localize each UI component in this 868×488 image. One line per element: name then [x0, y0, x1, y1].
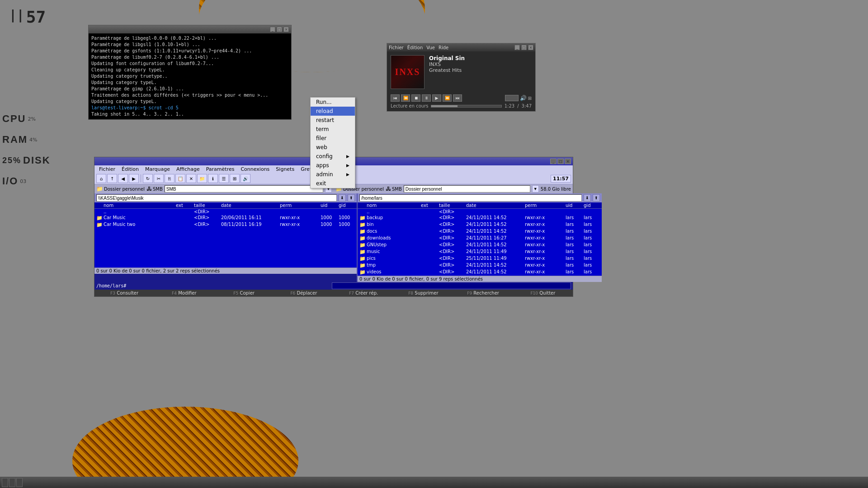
fm-tb-grid[interactable]: ⊞: [230, 174, 240, 183]
fm-tb-newfolder[interactable]: 📁: [197, 174, 207, 183]
menu-item-exit[interactable]: exit: [311, 179, 355, 188]
fm-fkey-f10[interactable]: F10 Quitter: [513, 290, 573, 296]
fm-fkey-f8[interactable]: F8 Supprimer: [393, 290, 453, 296]
fm-tb-speaker[interactable]: 🔊: [241, 174, 250, 183]
fm-right-path-input[interactable]: [404, 185, 530, 192]
fm-left-col-date[interactable]: date: [220, 203, 279, 208]
fm-right-col-nom[interactable]: nom: [366, 203, 420, 208]
fm-fkey-f5[interactable]: F5 Copier: [214, 290, 274, 296]
fm-right-row-backup[interactable]: 📁 backup <DIR> 24/11/2011 14:52 rwxr-xr-…: [358, 215, 602, 221]
fm-right-col-check[interactable]: [359, 203, 366, 208]
progress-bar[interactable]: [431, 105, 501, 108]
menu-item-run[interactable]: Run...: [311, 98, 355, 107]
taskbar-item-1[interactable]: [2, 478, 8, 487]
fm-menu-parametres[interactable]: Paramètres: [203, 166, 237, 173]
taskbar-item-2[interactable]: [9, 478, 15, 487]
fm-close-btn[interactable]: ×: [565, 159, 571, 164]
media-volume-bar[interactable]: [505, 95, 519, 101]
fm-left-col-taille[interactable]: taille: [193, 203, 220, 208]
fm-maximize-btn[interactable]: □: [557, 159, 564, 164]
fm-menu-affichage[interactable]: Affichage: [174, 166, 203, 173]
menu-item-admin[interactable]: admin ▶: [311, 170, 355, 179]
menu-item-config[interactable]: config ▶: [311, 152, 355, 161]
fm-right-row-dotdot[interactable]: .. <DIR>: [358, 209, 602, 215]
fm-right-col-gid[interactable]: gid: [583, 203, 601, 208]
media-next-btn[interactable]: ⏭: [453, 94, 462, 102]
fm-right-row-bin[interactable]: 📁 bin <DIR> 24/11/2011 14:52 rwxr-xr-x l…: [358, 221, 602, 228]
fm-right-col-perm[interactable]: perm: [524, 203, 565, 208]
fm-left-row-dotdot[interactable]: .. <DIR>: [94, 209, 357, 215]
media-stop-btn[interactable]: ⏹: [411, 94, 420, 102]
taskbar-item-3[interactable]: [16, 478, 23, 487]
fm-left-col-uid[interactable]: uid: [320, 203, 338, 208]
fm-left-row-carmusictwo[interactable]: 📁 Car Music two <DIR> 08/11/2011 16:19 r…: [94, 221, 357, 228]
fm-right-col-taille[interactable]: taille: [438, 203, 465, 208]
fm-right-row-gnustep[interactable]: 📁 GNUstep <DIR> 24/11/2011 14:52 rwxr-xr…: [358, 242, 602, 249]
media-menu-vue[interactable]: Vue: [426, 45, 435, 50]
media-fwd-btn[interactable]: ⏩: [443, 94, 452, 102]
media-menu-ride[interactable]: Ride: [439, 45, 448, 50]
fm-left-row-carmusic[interactable]: 📁 Car Music <DIR> 20/06/2011 16:11 rwxr-…: [94, 215, 357, 221]
fm-right-row-docs[interactable]: 📁 docs <DIR> 24/11/2011 14:52 rwxr-xr-x …: [358, 228, 602, 235]
fm-menu-connexions[interactable]: Connexions: [238, 166, 272, 173]
fm-right-row-tmp[interactable]: 📁 tmp <DIR> 24/11/2011 14:52 rwxr-xr-x l…: [358, 262, 602, 269]
menu-item-term[interactable]: term: [311, 125, 355, 134]
fm-left-nav-btn[interactable]: ⬇: [339, 194, 346, 202]
fm-right-row-music[interactable]: 📁 music <DIR> 24/11/2011 11:49 rwxr-xr-x…: [358, 249, 602, 255]
terminal-maximize-btn[interactable]: □: [277, 27, 282, 32]
fm-cmdline-input[interactable]: [332, 282, 571, 289]
fm-left-col-ext[interactable]: ext: [175, 203, 193, 208]
fm-left-col-perm[interactable]: perm: [279, 203, 320, 208]
fm-fkey-f6[interactable]: F6 Déplacer: [274, 290, 334, 296]
fm-right-row-videos[interactable]: 📁 videos <DIR> 24/11/2011 14:52 rwxr-xr-…: [358, 269, 602, 276]
fm-right-nav-btn[interactable]: ⬇: [584, 194, 591, 202]
media-menu-edition[interactable]: Édition: [407, 45, 423, 50]
fm-right-col-uid[interactable]: uid: [565, 203, 583, 208]
fm-tb-up[interactable]: ↑: [107, 174, 117, 183]
media-prev-btn[interactable]: ⏮: [391, 94, 400, 102]
fm-right-path-dropdown[interactable]: ▼: [532, 185, 539, 192]
media-minimize-btn[interactable]: _: [514, 45, 520, 50]
fm-right-address-input[interactable]: [359, 194, 582, 202]
terminal-titlebar[interactable]: _ □ ×: [89, 25, 291, 33]
fm-menu-fichier[interactable]: Fichier: [96, 166, 118, 173]
fm-fkey-f9[interactable]: F9 Rechercher: [453, 290, 513, 296]
media-close-btn[interactable]: ×: [528, 45, 533, 50]
media-play-btn[interactable]: ▶: [432, 94, 441, 102]
media-maximize-btn[interactable]: □: [521, 45, 527, 50]
fm-fkey-f7[interactable]: F7 Créer rép.: [334, 290, 393, 296]
fm-right-row-pics[interactable]: 📁 pics <DIR> 25/11/2011 11:49 rwxr-xr-x …: [358, 255, 602, 262]
fm-right-col-ext[interactable]: ext: [420, 203, 438, 208]
fm-tb-props[interactable]: ℹ: [208, 174, 218, 183]
fm-left-path-input[interactable]: [165, 185, 323, 192]
fm-tb-list[interactable]: ☰: [219, 174, 229, 183]
fm-right-nav-btn2[interactable]: ⬆: [593, 194, 600, 202]
menu-item-apps[interactable]: apps ▶: [311, 161, 355, 170]
menu-item-web[interactable]: web: [311, 143, 355, 152]
fm-fkey-f4[interactable]: F4 Modifier: [154, 290, 214, 296]
fm-fkey-f3[interactable]: F3 Consulter: [94, 290, 154, 296]
fm-tb-copy[interactable]: ⎘: [165, 174, 175, 183]
fm-tb-home[interactable]: ⌂: [96, 174, 106, 183]
fm-menu-marquage[interactable]: Marquage: [142, 166, 173, 173]
fm-left-nav-btn2[interactable]: ⬆: [348, 194, 355, 202]
fm-left-col-nom[interactable]: nom: [103, 203, 175, 208]
media-fullscreen-btn[interactable]: ⊞: [528, 96, 532, 101]
fm-tb-next[interactable]: ▶: [129, 174, 139, 183]
media-rew-btn[interactable]: ⏪: [401, 94, 410, 102]
fm-right-row-downloads[interactable]: 📁 downloads <DIR> 24/11/2011 16:27 rwxr-…: [358, 235, 602, 242]
media-pause-btn[interactable]: ⏸: [422, 94, 431, 102]
fm-left-col-check[interactable]: [95, 203, 103, 208]
fm-left-address-input[interactable]: [96, 194, 337, 202]
fm-minimize-btn[interactable]: _: [550, 159, 557, 164]
menu-item-reload[interactable]: reload: [311, 107, 355, 116]
terminal-minimize-btn[interactable]: _: [270, 27, 275, 32]
fm-tb-refresh[interactable]: ↻: [143, 174, 153, 183]
fm-tb-prev[interactable]: ◀: [118, 174, 128, 183]
fm-right-col-date[interactable]: date: [465, 203, 524, 208]
media-player-titlebar[interactable]: Fichier Édition Vue Ride _ □ ×: [387, 43, 535, 52]
fm-tb-delete[interactable]: ✕: [186, 174, 196, 183]
fm-tb-cut[interactable]: ✂: [154, 174, 164, 183]
fm-menu-signets[interactable]: Signets: [273, 166, 297, 173]
media-menu-fichier[interactable]: Fichier: [389, 45, 404, 50]
